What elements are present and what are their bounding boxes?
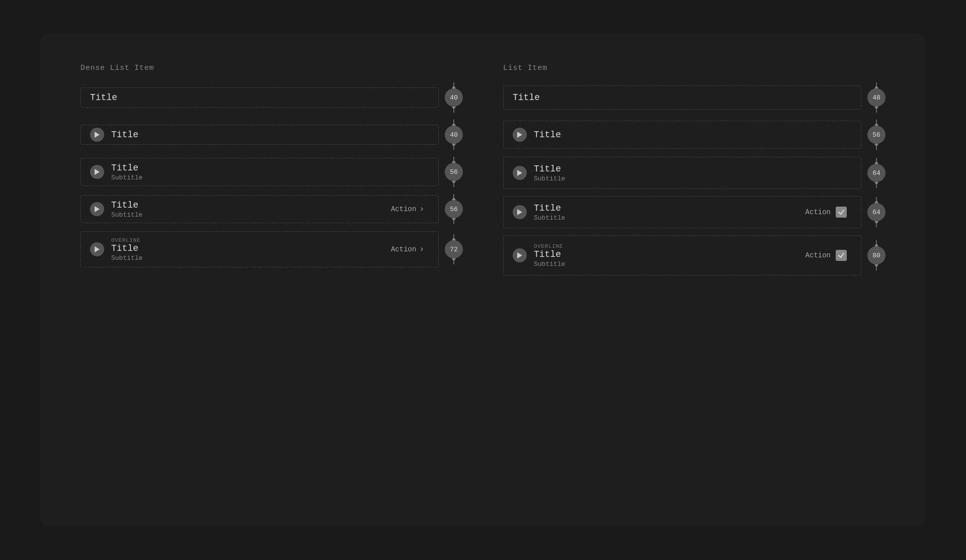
- item-overline: Overline: [111, 237, 391, 243]
- arrow-down-line: [874, 221, 878, 227]
- list-item-row: TitleSubtitle 64: [503, 157, 886, 189]
- item-subtitle: Subtitle: [111, 211, 391, 219]
- app-container: Dense List ItemTitle 40 Title 40: [40, 34, 926, 526]
- height-badge-wrap: 40: [445, 82, 463, 113]
- item-action[interactable]: Action›: [391, 205, 424, 214]
- list-item-row: Title 56: [503, 120, 886, 150]
- list-item-row: OverlineTitleSubtitleAction 80: [503, 235, 886, 275]
- svg-marker-5: [517, 170, 522, 176]
- column-normal: List ItemTitle 48 Title 56: [503, 64, 886, 496]
- list-item-row: OverlineTitleSubtitleAction› 72: [80, 231, 463, 267]
- item-action[interactable]: Action: [806, 251, 831, 259]
- height-badge: 40: [445, 126, 463, 144]
- item-text: Title: [90, 92, 429, 103]
- item-action[interactable]: Action: [806, 208, 831, 216]
- play-icon[interactable]: [513, 248, 527, 262]
- arrow-up-line: [874, 120, 878, 126]
- svg-marker-4: [517, 132, 522, 138]
- arrow-up-line: [874, 82, 878, 88]
- arrow-up-line: [452, 234, 456, 240]
- item-subtitle: Subtitle: [534, 260, 806, 268]
- column-dense: Dense List ItemTitle 40 Title 40: [80, 64, 463, 496]
- list-item-row: TitleSubtitle 56: [80, 157, 463, 187]
- arrow-up-line: [874, 197, 878, 203]
- height-badge-wrap: 48: [867, 82, 886, 113]
- play-icon[interactable]: [90, 242, 104, 256]
- arrow-down-line: [452, 144, 456, 150]
- action-label: Action: [391, 245, 416, 253]
- play-icon[interactable]: [90, 128, 104, 142]
- arrow-down-line: [874, 264, 878, 270]
- item-title: Title: [111, 163, 429, 173]
- column-label: Dense List Item: [80, 64, 463, 72]
- list-item-box[interactable]: Title: [503, 85, 861, 110]
- item-title: Title: [111, 200, 391, 210]
- item-action[interactable]: Action›: [391, 245, 424, 254]
- height-badge-wrap: 64: [867, 158, 886, 188]
- height-badge: 56: [867, 126, 886, 144]
- item-text: TitleSubtitle: [534, 203, 806, 222]
- list-item-box[interactable]: TitleSubtitle: [80, 158, 439, 186]
- chevron-right-icon: ›: [419, 245, 424, 254]
- arrow-up-line: [452, 82, 456, 88]
- list-item-box[interactable]: OverlineTitleSubtitleAction›: [80, 231, 439, 267]
- chevron-right-icon: ›: [419, 205, 424, 214]
- arrow-down-line: [874, 182, 878, 188]
- list-item-box[interactable]: TitleSubtitle: [503, 157, 861, 189]
- item-text: TitleSubtitle: [111, 163, 429, 181]
- height-badge-wrap: 80: [867, 240, 886, 270]
- action-label: Action: [391, 205, 416, 213]
- action-label: Action: [806, 251, 831, 259]
- item-subtitle: Subtitle: [534, 214, 806, 222]
- list-item-row: TitleSubtitleAction 64: [503, 196, 886, 228]
- svg-marker-2: [95, 206, 100, 212]
- item-title: Title: [534, 164, 852, 174]
- list-item-box[interactable]: Title: [503, 121, 861, 149]
- list-item-box[interactable]: Title: [80, 87, 439, 108]
- arrow-down-line: [452, 181, 456, 187]
- list-items-group: Title 40 Title 40: [80, 82, 463, 267]
- arrow-down-line: [874, 107, 878, 113]
- checkbox-icon[interactable]: [836, 250, 847, 261]
- item-text: TitleSubtitle: [111, 200, 391, 219]
- svg-marker-6: [517, 209, 522, 215]
- checkbox-icon[interactable]: [836, 207, 847, 218]
- item-subtitle: Subtitle: [111, 174, 429, 181]
- list-item-box[interactable]: TitleSubtitleAction›: [80, 195, 439, 223]
- item-title: Title: [90, 92, 429, 103]
- svg-marker-0: [95, 132, 100, 138]
- arrow-down-line: [452, 218, 456, 224]
- item-text: Title: [534, 130, 852, 140]
- svg-marker-7: [517, 252, 522, 258]
- height-badge-wrap: 72: [445, 234, 463, 264]
- list-item-box[interactable]: OverlineTitleSubtitleAction: [503, 235, 861, 275]
- list-item-box[interactable]: Title: [80, 125, 439, 145]
- item-title: Title: [534, 130, 852, 140]
- play-icon[interactable]: [90, 202, 104, 216]
- play-icon[interactable]: [90, 165, 104, 179]
- item-title: Title: [111, 130, 429, 140]
- arrow-up-line: [874, 240, 878, 246]
- list-item-box[interactable]: TitleSubtitleAction: [503, 196, 861, 228]
- arrow-down-line: [452, 107, 456, 113]
- height-badge-wrap: 40: [445, 120, 463, 150]
- item-text: OverlineTitleSubtitle: [534, 243, 806, 268]
- list-item-row: Title 48: [503, 82, 886, 113]
- list-item-row: Title 40: [80, 120, 463, 150]
- action-label: Action: [806, 208, 831, 216]
- arrow-down-line: [452, 258, 456, 264]
- arrow-up-line: [452, 157, 456, 163]
- height-badge: 56: [445, 163, 463, 181]
- height-badge: 64: [867, 203, 886, 221]
- play-icon[interactable]: [513, 128, 527, 142]
- play-icon[interactable]: [513, 205, 527, 219]
- play-icon[interactable]: [513, 166, 527, 180]
- height-badge-wrap: 56: [445, 157, 463, 187]
- item-title: Title: [111, 243, 391, 253]
- height-badge-wrap: 56: [445, 194, 463, 224]
- item-title: Title: [513, 92, 852, 103]
- svg-marker-3: [95, 246, 100, 252]
- list-items-group: Title 48 Title 56: [503, 82, 886, 275]
- arrow-up-line: [452, 120, 456, 126]
- list-item-row: Title 40: [80, 82, 463, 113]
